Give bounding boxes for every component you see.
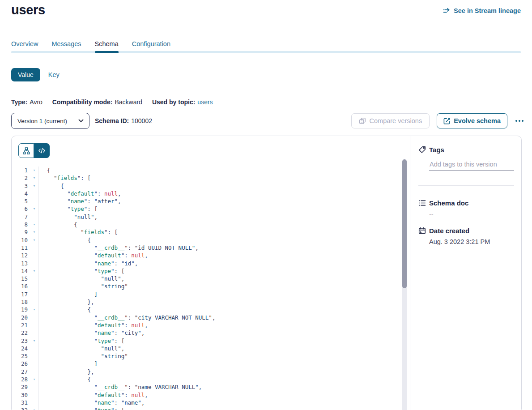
code-text: { (47, 167, 51, 174)
code-text: "__crdb__": "name VARCHAR NULL", (47, 383, 202, 391)
collapse-toggle-icon[interactable]: ▾ (30, 205, 38, 213)
gutter-spacer (30, 244, 38, 252)
schema-id-label: Schema ID: (95, 117, 129, 124)
more-options-button[interactable] (515, 118, 524, 124)
line-number: 10 (12, 236, 30, 244)
gutter-spacer (30, 360, 38, 367)
gutter-spacer (30, 290, 38, 298)
gutter-spacer (30, 383, 38, 391)
code-view-button[interactable] (34, 143, 50, 158)
code-text: { (47, 306, 91, 313)
schema-card: 1▾{2▾ "fields": [3▾ {4 "default": null,5… (11, 136, 522, 410)
line-number: 19 (12, 306, 30, 313)
code-text: "type": [ (47, 406, 124, 410)
code-text: { (47, 221, 77, 228)
stream-lineage-label: See in Stream lineage (454, 7, 521, 14)
collapse-toggle-icon[interactable]: ▾ (30, 376, 38, 383)
code-line: 27 }, (12, 368, 401, 376)
collapse-toggle-icon[interactable]: ▾ (30, 228, 38, 236)
tree-view-icon (23, 147, 30, 154)
code-line: 29 "__crdb__": "name VARCHAR NULL", (12, 383, 401, 391)
line-number: 11 (12, 244, 30, 252)
code-text: "name": "city", (47, 329, 145, 337)
code-line: 5 "name": "after", (12, 197, 401, 205)
line-number: 30 (12, 391, 30, 399)
line-number: 1 (12, 167, 30, 174)
schema-doc-value: -- (429, 210, 514, 218)
gutter-spacer (30, 213, 38, 221)
tab-bar: OverviewMessagesSchemaConfiguration (11, 40, 170, 47)
code-text: "string" (47, 282, 128, 290)
line-number: 6 (12, 205, 30, 213)
code-line: 10▾ { (12, 236, 401, 244)
code-text: "name": "after", (47, 197, 121, 205)
compare-versions-icon (359, 117, 366, 124)
evolve-schema-button[interactable]: Evolve schema (437, 113, 507, 128)
code-text: "__crdb__": "city VARCHAR NOT NULL", (47, 314, 215, 321)
tab-overview[interactable]: Overview (11, 40, 38, 47)
code-line: 12 "default": null, (12, 252, 401, 259)
schema-id-value: 100002 (131, 117, 152, 124)
code-line: 28▾ { (12, 376, 401, 383)
code-text: "name": "id", (47, 260, 138, 267)
code-text: "default": null, (47, 321, 148, 329)
topic-link[interactable]: users (197, 98, 213, 106)
type-label: Type: (11, 98, 27, 106)
key-toggle-button[interactable]: Key (48, 71, 60, 78)
gutter-spacer (30, 399, 38, 406)
line-number: 12 (12, 252, 30, 259)
code-line: 2▾ "fields": [ (12, 174, 401, 182)
line-number: 14 (12, 267, 30, 275)
code-line: 15 "null", (12, 275, 401, 282)
gutter-spacer (30, 329, 38, 337)
line-number: 22 (12, 329, 30, 337)
tab-schema[interactable]: Schema (95, 40, 119, 47)
line-number: 18 (12, 298, 30, 306)
tab-underline-track (11, 51, 521, 53)
code-text: ] (47, 360, 98, 367)
code-scrollbar-thumb[interactable] (402, 159, 407, 288)
gutter-spacer (30, 352, 38, 360)
code-text: "fields": [ (47, 174, 91, 182)
stream-lineage-link[interactable]: See in Stream lineage (443, 7, 521, 14)
view-mode-toggle (18, 143, 50, 158)
line-number: 21 (12, 321, 30, 329)
code-line: 19▾ { (12, 306, 401, 313)
schema-doc-icon (418, 199, 426, 207)
code-line: 9▾ "fields": [ (12, 228, 401, 236)
collapse-toggle-icon[interactable]: ▾ (30, 406, 38, 410)
code-text: "null", (47, 275, 124, 282)
schema-code-pane: 1▾{2▾ "fields": [3▾ {4 "default": null,5… (12, 136, 410, 410)
code-line: 30 "default": null, (12, 391, 401, 399)
code-text: "string" (47, 352, 128, 360)
gutter-spacer (30, 190, 38, 197)
version-select[interactable]: Version 1 (current) (11, 113, 89, 129)
code-line: 13 "name": "id", (12, 260, 401, 267)
collapse-toggle-icon[interactable]: ▾ (30, 236, 38, 244)
line-number: 20 (12, 314, 30, 321)
value-toggle-button[interactable]: Value (11, 68, 40, 81)
tree-view-button[interactable] (18, 143, 34, 158)
code-line: 31 "name": "name", (12, 399, 401, 406)
line-number: 3 (12, 182, 30, 190)
code-text: "default": null, (47, 391, 148, 399)
tags-input[interactable] (429, 161, 514, 171)
code-line: 8▾ { (12, 221, 401, 228)
schema-meta-row: Type: Avro Compatibility mode: Backward … (11, 98, 213, 106)
tag-icon (418, 146, 426, 154)
tab-configuration[interactable]: Configuration (132, 40, 170, 47)
code-line: 14▾ "type": [ (12, 267, 401, 275)
collapse-toggle-icon[interactable]: ▾ (30, 221, 38, 228)
tab-messages[interactable]: Messages (51, 40, 81, 47)
collapse-toggle-icon[interactable]: ▾ (30, 174, 38, 182)
compare-versions-label: Compare versions (370, 117, 422, 124)
collapse-toggle-icon[interactable]: ▾ (30, 182, 38, 190)
collapse-toggle-icon[interactable]: ▾ (30, 337, 38, 345)
compare-versions-button[interactable]: Compare versions (351, 113, 430, 128)
code-line: 20 "__crdb__": "city VARCHAR NOT NULL", (12, 314, 401, 321)
line-number: 26 (12, 360, 30, 367)
collapse-toggle-icon[interactable]: ▾ (30, 267, 38, 275)
collapse-toggle-icon[interactable]: ▾ (30, 167, 38, 174)
collapse-toggle-icon[interactable]: ▾ (30, 306, 38, 313)
code-text: "type": [ (47, 267, 124, 275)
